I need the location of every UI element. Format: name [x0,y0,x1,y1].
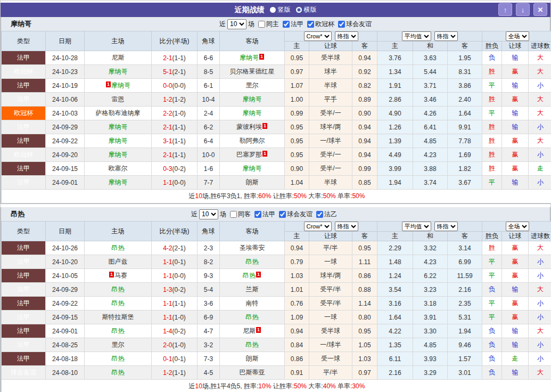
col-header-avg-home: 主 [377,42,413,51]
layout-radio-vertical[interactable]: 竖版 [270,5,291,14]
avg-home-cell: 3.76 [377,51,413,65]
home-team-cell: 图卢兹 [85,255,152,269]
league-type-cell: 法甲 [2,311,46,324]
away-team-cell: 摩纳哥 [220,162,285,176]
corner-cell: 9-3 [198,269,220,283]
away-odds-cell: 0.85 [352,176,377,190]
team-name-text: 昂热 [246,341,259,348]
layout-radio-horizontal[interactable]: 横版 [296,5,317,14]
score-cell: 1-1(0-0) [152,269,198,283]
summary-text: 10 [195,382,202,390]
summary-text: 近 [189,382,195,390]
results-table: 类型 日期 主场 比分(半场) 角球 客场 Crow*终指 平均值终指 全场 [1,221,551,392]
move-down-button[interactable]: ↓ [516,3,530,16]
league-checkbox-ligue2[interactable]: 法乙 [316,210,337,219]
same-venue-input[interactable] [230,211,237,218]
final-index-select-2[interactable]: 终指 [434,31,458,41]
full-match-select[interactable]: 全场 [506,222,529,231]
league-checkbox-ligue1[interactable]: 法甲 [254,210,275,219]
league-input-friendly[interactable] [279,211,286,218]
handicap-result-cell: 输 [502,79,529,93]
match-date-cell: 24-09-22 [46,297,85,311]
avg-away-cell: 6.99 [448,255,482,269]
corner-cell: 7-7 [198,176,220,190]
avg-odds-select[interactable]: 平均值 [402,222,431,231]
home-team-cell: 尼斯 [85,51,152,65]
home-team-cell: 昂热 [85,297,152,311]
avg-home-cell: 1.24 [377,269,413,283]
match-row: 法甲24-10-191摩纳哥0-0(0-0)6-1里尔1.07半球0.821.9… [2,79,551,93]
summary-text: 10% [258,382,271,390]
summary-text: 50% [323,192,336,200]
summary-text: 大率: [307,382,323,390]
team-name-text: 昂热 [243,272,256,279]
team-name-text: 兰斯 [246,285,259,293]
home-team-cell: 雷恩 [85,93,152,107]
close-button[interactable]: ✕ [533,3,547,16]
avg-home-cell: 3.99 [377,162,413,176]
away-team-cell: 巴塞罗那1 [220,148,285,162]
match-date-cell: 24-09-01 [46,324,85,338]
final-index-select[interactable]: 终指 [335,222,358,231]
final-index-select[interactable]: 终指 [335,31,358,41]
final-index-select-2[interactable]: 终指 [434,222,458,231]
home-odds-cell: 1.03 [285,269,309,283]
team-section-header: 摩纳哥 近 10 场 同主 法甲 欧冠杯 球 [1,17,550,31]
team-name-text: 昂热 [112,285,125,293]
league-checkbox-friendly[interactable]: 球会友谊 [338,20,372,29]
col-header-avg-away: 客 [448,42,482,51]
avg-draw-cell: 3.91 [413,311,448,324]
home-odds-cell: 0.95 [285,51,309,65]
home-odds-cell: 0.79 [285,255,309,269]
league-checkbox-ucl[interactable]: 欧冠杯 [307,20,334,29]
away-team-cell: 摩纳哥 [220,107,285,120]
same-venue-input[interactable] [258,21,265,28]
league-input-ligue1[interactable] [283,21,290,28]
result-cell: 平 [482,107,502,120]
avg-odds-select[interactable]: 平均值 [402,31,431,41]
match-row: 法甲24-10-20图卢兹1-1(0-1)8-2昂热0.79一球1.111.48… [2,255,551,269]
league-input-ucl[interactable] [307,21,314,28]
league-checkbox-friendly[interactable]: 球会友谊 [279,210,312,219]
league-input-ligue1[interactable] [254,211,261,218]
league-type-cell: 法甲 [2,134,46,148]
recent-count-select[interactable]: 10 [199,209,218,219]
score-cell: 1-1(1-1) [152,297,198,311]
score-cell: 2-0(1-0) [152,338,198,352]
same-venue-checkbox[interactable]: 同主 [258,20,279,29]
league-input-ligue2[interactable] [316,211,323,218]
home-odds-cell: 1.09 [285,311,309,324]
team-name-text: 蒙彼利埃 [236,123,262,130]
league-checkbox-ligue1[interactable]: 法甲 [283,20,303,29]
filter-controls: 近 10 场 同客 法甲 球会友谊 法乙 [189,209,337,219]
avg-draw-cell: 4.85 [413,134,448,148]
goals-result-cell: 小 [529,297,551,311]
same-venue-checkbox[interactable]: 同客 [230,210,251,219]
same-venue-label: 同主 [266,20,279,29]
recent-count-select[interactable]: 10 [227,19,246,29]
home-odds-cell: 0.84 [285,338,309,352]
team-name-text: 摩纳哥 [111,81,130,89]
move-up-button[interactable]: ↑ [498,3,512,16]
team-name-text: 雷恩 [112,95,125,103]
handicap-cell: 一球 [309,255,352,269]
avg-draw-cell: 3.46 [413,93,448,107]
odds-source-select[interactable]: Crow* [304,31,332,41]
col-header-avg-home: 主 [377,232,413,241]
away-odds-cell: 0.80 [352,311,377,324]
summary-text: 50% [352,192,365,200]
goals-result-cell: 走 [529,162,551,176]
games-label: 场 [220,210,226,219]
corner-cell: 4-5 [198,366,220,380]
avg-home-cell: 1.48 [377,255,413,269]
away-odds-cell: 0.86 [352,269,377,283]
full-match-select[interactable]: 全场 [506,31,529,41]
home-team-cell: 昂热 [85,352,152,366]
goals-result-cell: 大 [529,366,551,380]
league-input-friendly[interactable] [338,21,345,28]
radio-selected-icon [270,7,276,13]
odds-source-select[interactable]: Crow* [304,222,332,231]
avg-draw-cell: 4.23 [413,255,448,269]
goals-result-cell: 大 [529,107,551,120]
handicap-result-cell: 赢 [502,311,529,324]
